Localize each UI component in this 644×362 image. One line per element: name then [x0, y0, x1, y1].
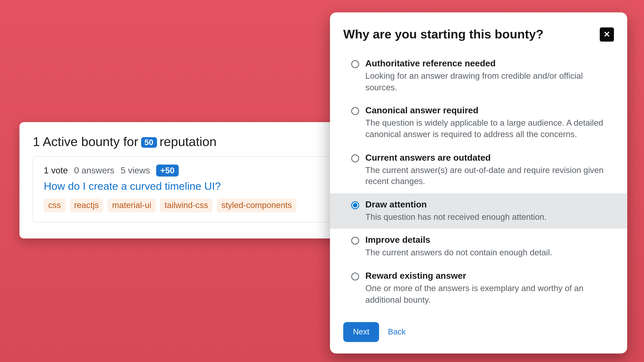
- option-description: This question has not received enough at…: [365, 212, 614, 223]
- tag[interactable]: material-ui: [108, 199, 156, 212]
- radio-icon[interactable]: [351, 107, 359, 115]
- question-title-link[interactable]: How do I create a curved timeline UI?: [44, 180, 221, 192]
- modal-title: Why are you starting this bounty?: [343, 28, 544, 42]
- view-count: 5 views: [120, 166, 150, 176]
- option-text: Current answers are outdatedThe current …: [365, 152, 614, 187]
- bounty-reason-options: Authoritative reference neededLooking fo…: [330, 52, 627, 312]
- tag[interactable]: css: [44, 199, 65, 212]
- option-title: Current answers are outdated: [365, 152, 614, 163]
- close-button[interactable]: ✕: [600, 28, 614, 42]
- radio-icon[interactable]: [351, 237, 359, 245]
- bounty-heading-suffix: reputation: [160, 134, 216, 149]
- modal-header: Why are you starting this bounty? ✕: [330, 12, 627, 45]
- close-icon: ✕: [604, 30, 610, 38]
- option-description: Looking for an answer drawing from credi…: [365, 70, 614, 93]
- back-button[interactable]: Back: [388, 328, 406, 337]
- option-title: Draw attention: [365, 200, 614, 210]
- bounty-heading-prefix: 1 Active bounty for: [33, 134, 138, 149]
- bounty-reason-option[interactable]: Canonical answer requiredThe question is…: [330, 99, 627, 146]
- bounty-reason-option[interactable]: Authoritative reference neededLooking fo…: [330, 52, 627, 99]
- option-description: The current answer(s) are out-of-date an…: [365, 164, 614, 187]
- bounty-reason-option[interactable]: Improve detailsThe current answers do no…: [330, 229, 627, 265]
- option-text: Reward existing answerOne or more of the…: [365, 271, 614, 305]
- next-button[interactable]: Next: [343, 322, 379, 342]
- answer-count: 0 answers: [74, 166, 114, 176]
- vote-count: 1 vote: [44, 166, 68, 176]
- option-text: Authoritative reference neededLooking fo…: [365, 58, 614, 93]
- reputation-badge: 50: [141, 137, 157, 148]
- option-text: Draw attentionThis question has not rece…: [365, 200, 614, 223]
- option-title: Reward existing answer: [365, 271, 614, 281]
- tag[interactable]: reactjs: [70, 199, 103, 212]
- radio-icon[interactable]: [351, 60, 359, 68]
- option-title: Improve details: [365, 235, 614, 246]
- bounty-reason-option[interactable]: Current answers are outdatedThe current …: [330, 146, 627, 193]
- option-description: The question is widely applicable to a l…: [365, 117, 614, 140]
- bounty-reason-option[interactable]: Draw attentionThis question has not rece…: [330, 193, 627, 229]
- modal-footer: Next Back: [330, 312, 627, 342]
- option-title: Authoritative reference needed: [365, 58, 614, 69]
- radio-icon[interactable]: [351, 201, 359, 209]
- tag[interactable]: styled-components: [217, 199, 296, 212]
- option-text: Canonical answer requiredThe question is…: [365, 105, 614, 140]
- radio-icon[interactable]: [351, 154, 359, 162]
- tag[interactable]: tailwind-css: [160, 199, 212, 212]
- bounty-amount-badge: +50: [156, 165, 178, 177]
- bounty-reason-option[interactable]: Reward existing answerOne or more of the…: [330, 265, 627, 312]
- option-description: One or more of the answers is exemplary …: [365, 283, 614, 305]
- radio-icon[interactable]: [351, 273, 359, 281]
- option-text: Improve detailsThe current answers do no…: [365, 235, 614, 258]
- bounty-reason-modal: Why are you starting this bounty? ✕ Auth…: [330, 12, 627, 354]
- option-title: Canonical answer required: [365, 105, 614, 116]
- option-description: The current answers do not contain enoug…: [365, 247, 614, 258]
